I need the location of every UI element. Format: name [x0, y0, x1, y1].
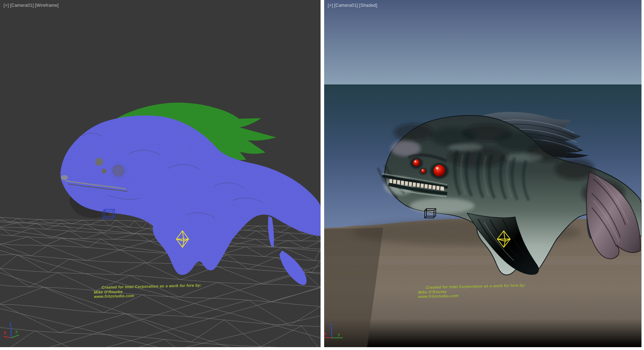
axis-y-label: y — [338, 332, 340, 336]
viewport-shaded[interactable]: [+][Camera01][Shaded] Created for Intel … — [324, 0, 641, 347]
attribution-text: Created for Intel Corporation as a work … — [94, 283, 202, 299]
viewport-shading-menu[interactable]: [Shaded] — [359, 3, 377, 8]
axis-tripod: X Z y — [1, 322, 26, 344]
fish-body-wireframe[interactable] — [60, 116, 321, 285]
axis-tripod: x z y — [324, 322, 349, 344]
axis-z-label: Z — [9, 322, 12, 326]
axis-z-label: z — [330, 322, 332, 326]
axis-y-label: y — [15, 329, 18, 334]
dual-viewport-window: [+][Camera01][Wireframe] Created for Int… — [0, 0, 644, 350]
viewport-general-menu[interactable]: [+] — [4, 3, 9, 8]
viewport-shading-menu[interactable]: [Wireframe] — [35, 3, 59, 8]
viewport-general-menu[interactable]: [+] — [328, 3, 333, 8]
viewport-splitter[interactable] — [321, 0, 324, 347]
viewport-label-right: [+][Camera01][Shaded] — [328, 3, 379, 8]
viewport-label-left: [+][Camera01][Wireframe] — [4, 3, 60, 8]
axis-x-label: x — [324, 331, 327, 336]
horizon-line — [324, 84, 641, 86]
nose-tip — [61, 175, 68, 180]
sky — [324, 0, 641, 85]
attribution-text: Created for Intel Corporation as a work … — [418, 283, 526, 299]
viewport-wireframe[interactable]: [+][Camera01][Wireframe] Created for Int… — [0, 0, 321, 347]
viewport-pov-menu[interactable]: [Camera01] — [334, 3, 358, 8]
axis-x-label: X — [4, 331, 6, 335]
viewport-pov-menu[interactable]: [Camera01] — [10, 3, 34, 8]
